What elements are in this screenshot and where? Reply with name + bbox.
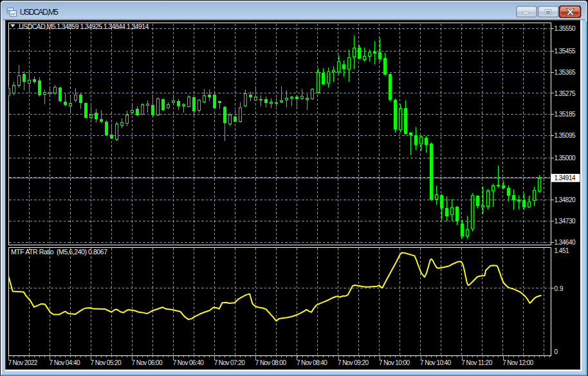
- svg-text:MTF ATR Ratio (M5,6,240) 0.80: MTF ATR Ratio (M5,6,240) 0.8067: [11, 248, 107, 256]
- svg-text:7 Nov 12:00: 7 Nov 12:00: [502, 359, 533, 366]
- svg-text:7 Nov 06:40: 7 Nov 06:40: [173, 359, 204, 366]
- svg-text:1.35550: 1.35550: [555, 25, 576, 32]
- svg-text:0.9: 0.9: [555, 285, 564, 292]
- svg-text:1.35000: 1.35000: [555, 155, 576, 162]
- svg-text:7 Nov 06:00: 7 Nov 06:00: [132, 359, 163, 366]
- svg-text:7 Nov 04:40: 7 Nov 04:40: [50, 359, 80, 366]
- svg-text:0: 0: [555, 348, 558, 355]
- svg-text:7 Nov 08:40: 7 Nov 08:40: [297, 359, 327, 366]
- svg-text:7 Nov 10:40: 7 Nov 10:40: [420, 359, 451, 366]
- svg-text:USDCAD,M5 1.34859 1.34925 1.34: USDCAD,M5 1.34859 1.34925 1.34844 1.3491…: [19, 23, 149, 30]
- svg-text:1.35275: 1.35275: [555, 90, 576, 97]
- svg-text:USDCAD,M5: USDCAD,M5: [20, 8, 59, 17]
- svg-text:7 Nov 08:00: 7 Nov 08:00: [255, 359, 286, 366]
- svg-text:1.35095: 1.35095: [555, 132, 576, 139]
- svg-text:1.451: 1.451: [555, 247, 569, 254]
- svg-text:1.34640: 1.34640: [555, 239, 576, 246]
- svg-text:7 Nov 09:20: 7 Nov 09:20: [338, 359, 369, 366]
- svg-text:1.35365: 1.35365: [555, 69, 576, 76]
- svg-text:1.34914: 1.34914: [555, 174, 576, 182]
- svg-text:1.35455: 1.35455: [555, 48, 576, 55]
- svg-text:1.34730: 1.34730: [555, 218, 576, 225]
- svg-text:7 Nov 10:00: 7 Nov 10:00: [379, 359, 410, 366]
- svg-text:1.35185: 1.35185: [555, 111, 576, 118]
- svg-text:7 Nov 11:20: 7 Nov 11:20: [461, 359, 492, 366]
- svg-text:7 Nov 05:20: 7 Nov 05:20: [91, 359, 122, 366]
- svg-text:7 Nov 2022: 7 Nov 2022: [8, 359, 37, 366]
- svg-text:7 Nov 07:20: 7 Nov 07:20: [214, 359, 245, 366]
- svg-text:1.34820: 1.34820: [555, 196, 576, 203]
